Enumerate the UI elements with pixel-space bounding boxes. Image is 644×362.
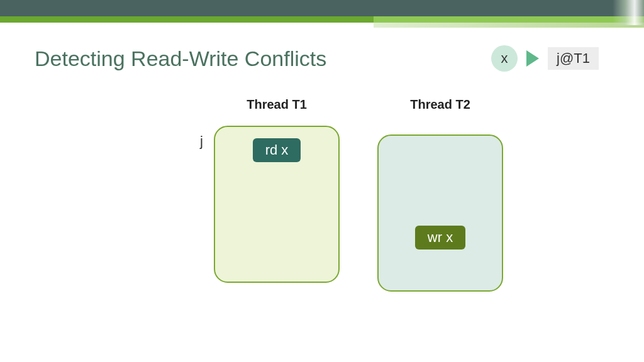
- thread-t1-column: Thread T1 rd x: [214, 97, 340, 292]
- variable-badge: x: [491, 45, 518, 72]
- thread-t1-label: Thread T1: [247, 97, 307, 112]
- header-right-edge: [613, 0, 644, 25]
- thread-t1-box: rd x: [214, 126, 340, 283]
- write-operation: wr x: [415, 226, 465, 250]
- read-operation: rd x: [253, 138, 301, 162]
- header-bar-dark: [0, 0, 644, 16]
- play-icon: [526, 50, 539, 67]
- header-bar-green: [0, 16, 644, 23]
- badge-area: x j@T1: [491, 45, 599, 72]
- version-tag: j@T1: [548, 47, 599, 70]
- thread-t2-box: wr x: [377, 134, 503, 292]
- transaction-label-j: j: [200, 133, 203, 150]
- page-title: Detecting Read-Write Conflicts: [35, 47, 326, 71]
- thread-t2-label: Thread T2: [410, 97, 470, 112]
- header-bar-under: [374, 23, 644, 28]
- threads-diagram: Thread T1 rd x Thread T2 wr x: [214, 97, 503, 292]
- thread-t2-column: Thread T2 wr x: [377, 97, 503, 292]
